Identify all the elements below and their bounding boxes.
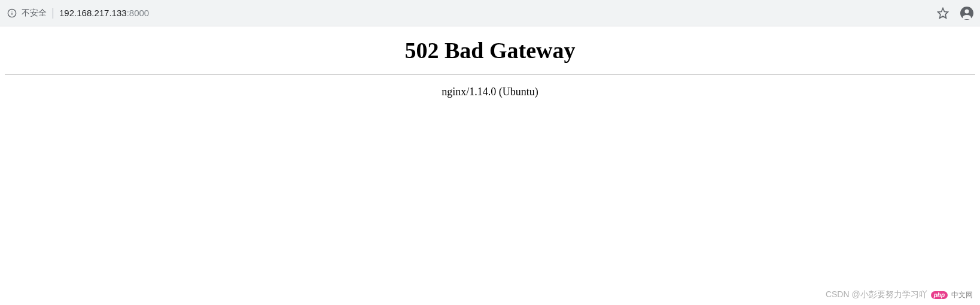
svg-marker-3 <box>938 8 948 18</box>
security-label: 不安全 <box>22 8 47 19</box>
php-badge: php <box>931 291 948 299</box>
watermark-csdn-text: CSDN @小彭要努力学习吖 <box>826 289 927 300</box>
address-bar-right-controls <box>937 6 974 20</box>
security-info[interactable]: 不安全 <box>7 8 47 19</box>
url-display[interactable]: 192.168.217.133:8000 <box>59 8 149 18</box>
browser-address-bar: 不安全 192.168.217.133:8000 <box>0 0 980 26</box>
watermark: CSDN @小彭要努力学习吖 php 中文网 <box>826 289 973 300</box>
watermark-cn-text: 中文网 <box>951 290 973 300</box>
address-divider <box>53 8 53 19</box>
server-info: nginx/1.14.0 (Ubuntu) <box>0 86 980 98</box>
error-page-content: 502 Bad Gateway nginx/1.14.0 (Ubuntu) <box>0 26 980 98</box>
url-host: 192.168.217.133 <box>59 8 127 18</box>
error-title: 502 Bad Gateway <box>0 37 980 64</box>
url-port: :8000 <box>127 8 150 18</box>
svg-point-5 <box>965 9 969 13</box>
info-icon <box>7 8 17 18</box>
divider-line <box>5 74 975 75</box>
profile-icon[interactable] <box>960 6 974 20</box>
bookmark-star-icon[interactable] <box>937 7 949 19</box>
